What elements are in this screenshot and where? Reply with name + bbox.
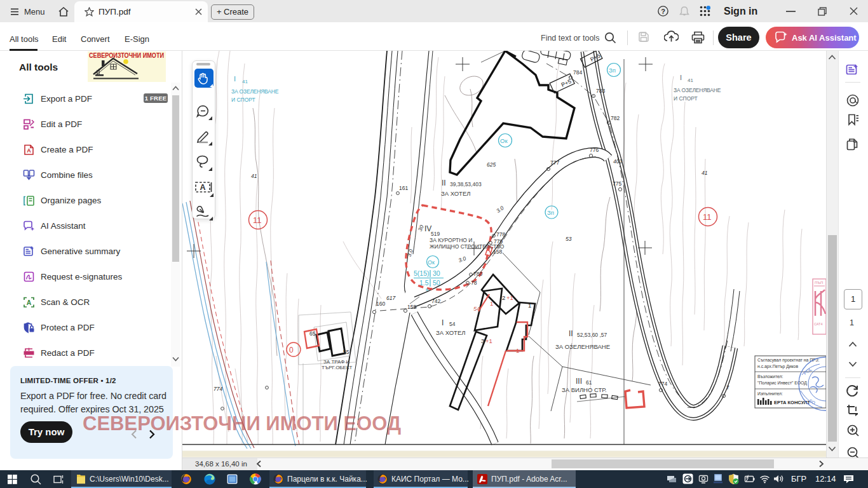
svg-text:+1: +1 [485, 337, 492, 344]
svg-text:0: 0 [289, 346, 294, 355]
svg-text:41: 41 [702, 170, 708, 176]
svg-text:784: 784 [573, 69, 582, 76]
svg-text:III: III [576, 377, 582, 386]
svg-text:+1: +1 [506, 294, 513, 301]
svg-text:54: 54 [449, 321, 456, 327]
svg-text:11: 11 [703, 212, 712, 222]
svg-text:ЗА ОЗЕЛЕНЯВАНЕ: ЗА ОЗЕЛЕНЯВАНЕ [231, 88, 279, 95]
svg-text:Зп: Зп [547, 209, 554, 216]
svg-text:519: 519 [431, 231, 440, 237]
svg-text:11: 11 [253, 215, 262, 225]
svg-text:Възложител:: Възложител: [757, 374, 783, 379]
svg-text:50: 50 [433, 279, 440, 287]
svg-text:52,53,60 ,57: 52,53,60 ,57 [577, 332, 607, 338]
svg-text:САТ4: САТ4 [814, 322, 823, 326]
svg-text:A: A [27, 299, 32, 306]
svg-text:61: 61 [586, 379, 592, 386]
svg-text:617: 617 [386, 295, 395, 301]
svg-text:Ок: Ок [428, 259, 435, 266]
svg-text:775: 775 [613, 180, 621, 187]
svg-text:776: 776 [590, 147, 599, 153]
svg-text:159: 159 [407, 304, 416, 310]
svg-text:3.0: 3.0 [406, 248, 415, 258]
svg-text:Изпълнител:: Изпълнител: [757, 391, 783, 396]
svg-text:I: I [442, 318, 444, 327]
svg-text:I: I [680, 74, 682, 81]
svg-text:780: 780 [473, 271, 482, 277]
svg-text:ЗА ТРАФ И: ЗА ТРАФ И [323, 359, 349, 365]
svg-text:Ок: Ок [500, 137, 508, 144]
svg-text:1: 1 [528, 302, 531, 309]
svg-text:ЗА ХОТЕЛ: ЗА ХОТЕЛ [441, 190, 471, 197]
svg-text:1: 1 [516, 347, 519, 354]
svg-text:II: II [569, 329, 573, 338]
svg-text:ПЪП: ПЪП [815, 281, 823, 285]
svg-text:ЗА ХОТЕЛ: ЗА ХОТЕЛ [436, 329, 466, 336]
svg-text:41: 41 [242, 79, 248, 85]
svg-text:777: 777 [550, 159, 559, 166]
svg-text:3.0: 3.0 [495, 205, 505, 214]
svg-text:30: 30 [417, 224, 425, 232]
svg-text:3: 3 [481, 337, 484, 344]
svg-text:ЗА ОЗЕЛЕНЯВАНЕ: ЗА ОЗЕЛЕНЯВАНЕ [555, 343, 610, 350]
svg-text:54: 54 [473, 306, 480, 312]
svg-text:СЕВЕРОИЗТОЧНИ ИМОТИ: СЕВЕРОИЗТОЧНИ ИМОТИ [89, 51, 164, 59]
svg-text:2: 2 [502, 294, 505, 301]
svg-text:1: 1 [490, 300, 493, 307]
svg-text:A: A [27, 147, 31, 154]
svg-text:н.с.арх.Петър Диков: н.с.арх.Петър Диков [757, 364, 798, 369]
svg-text:778: 778 [496, 231, 505, 238]
svg-text:55: 55 [343, 349, 349, 355]
svg-text:65: 65 [309, 330, 316, 337]
svg-text:ЗА КУРОРТНО И: ЗА КУРОРТНО И [430, 237, 472, 243]
svg-text:782: 782 [611, 115, 620, 121]
svg-text:"Поларис Инвест" ЕООД: "Поларис Инвест" ЕООД [757, 381, 807, 386]
svg-text:И СПОРТ: И СПОРТ [231, 97, 255, 103]
svg-text:30: 30 [433, 269, 440, 277]
svg-text:I: I [234, 75, 236, 83]
svg-text:160: 160 [376, 301, 385, 307]
svg-text:И СПОРТ: И СПОРТ [674, 95, 698, 102]
svg-text:?: ? [661, 8, 665, 15]
svg-text:774: 774 [658, 381, 667, 387]
svg-text:625: 625 [487, 161, 496, 168]
svg-text:Зп: Зп [609, 67, 616, 74]
svg-text:774: 774 [214, 386, 222, 392]
svg-text:742: 742 [431, 298, 440, 304]
svg-text:ТЪРГ.ОБЕКТ: ТЪРГ.ОБЕКТ [322, 365, 353, 370]
svg-text:II: II [442, 179, 446, 187]
svg-text:39,38,53,403: 39,38,53,403 [450, 181, 482, 187]
svg-text:1.5: 1.5 [419, 279, 429, 287]
svg-text:403: 403 [613, 158, 622, 165]
svg-text:53: 53 [566, 236, 572, 242]
svg-text:P+5: P+5 [560, 78, 573, 88]
svg-text:7: 7 [726, 384, 729, 391]
svg-text:ЖИЛИЩНО СТРОИТЕЛСТВО: ЖИЛИЩНО СТРОИТЕЛСТВО [430, 243, 505, 250]
svg-text:в: в [426, 287, 428, 292]
svg-text:78: 78 [471, 280, 477, 286]
svg-text:A: A [200, 183, 205, 192]
svg-text:5(15): 5(15) [414, 269, 430, 277]
svg-text:3.0: 3.0 [458, 255, 467, 264]
svg-text:41: 41 [251, 173, 257, 179]
svg-text:ЗА ОЗЕЛЕНЯВАНЕ: ЗА ОЗЕЛЕНЯВАНЕ [674, 87, 721, 93]
svg-text:783: 783 [596, 88, 605, 94]
svg-text:161: 161 [399, 185, 408, 191]
svg-text:ЗА ВИЛНО СТР.: ЗА ВИЛНО СТР. [562, 386, 607, 393]
svg-text:41: 41 [688, 78, 693, 83]
